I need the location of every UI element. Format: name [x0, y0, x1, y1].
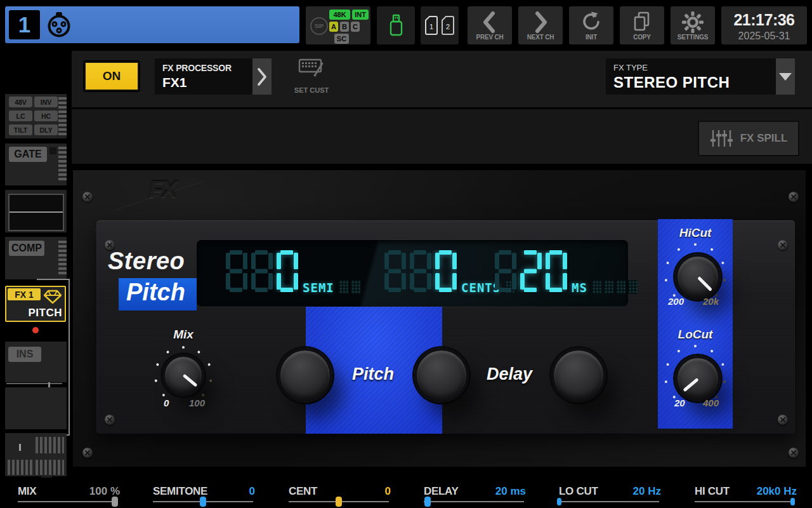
fx-active-indicator — [32, 327, 39, 333]
mix-knob-label: Mix — [163, 328, 204, 342]
slider-handle[interactable] — [424, 497, 431, 507]
locut-max-label: 400 — [703, 398, 719, 408]
pan-meter-section[interactable] — [5, 387, 67, 429]
scene-a-badge: A — [329, 22, 338, 32]
delay-knob[interactable] — [551, 348, 606, 403]
set-cust-button[interactable]: SET CUST — [287, 56, 336, 95]
gate-meter — [58, 147, 67, 182]
param-slider[interactable] — [559, 501, 659, 502]
hicut-knob-label: HiCut — [664, 226, 727, 240]
mix-min-label: 0 — [164, 398, 169, 408]
pan-slider-track[interactable] — [6, 383, 62, 384]
prev-channel-button[interactable]: PREV CH — [468, 6, 512, 44]
mix-knob[interactable] — [162, 354, 204, 396]
channel-number: 1 — [9, 10, 40, 39]
screw — [789, 192, 799, 202]
param-slider[interactable] — [289, 501, 389, 502]
scene-b-badge: B — [340, 22, 349, 32]
input-section[interactable]: 48V INV LC HC TILT DLY — [5, 94, 67, 138]
semitone-digits — [226, 250, 298, 295]
pan-knob-pointer — [19, 444, 21, 451]
fx-spill-button[interactable]: FX SPILL — [698, 121, 799, 156]
locut-knob-pointer — [683, 377, 699, 392]
fx-type-label: FX TYPE — [613, 63, 648, 72]
badge-lc: LC — [9, 110, 32, 121]
reset-circular-arrow-icon — [580, 11, 603, 34]
fx1-slot-selected[interactable]: FX 1 PITCH — [5, 286, 66, 322]
copy-button[interactable]: COPY — [620, 6, 664, 44]
param-slider[interactable] — [424, 501, 524, 502]
clock-int-badge: INT — [352, 10, 369, 20]
usb-status-tile — [377, 6, 415, 44]
param-locut: LO CUT 20 Hz — [541, 479, 676, 508]
param-slider[interactable] — [18, 501, 118, 502]
fx-type-selector[interactable]: FX TYPE STEREO PITCH — [606, 58, 776, 95]
selected-channel-strip[interactable]: 1 — [5, 6, 299, 43]
param-value: 0 — [385, 485, 391, 498]
ms-unit-label: MS — [572, 282, 587, 294]
clock-48k-badge: 48K — [329, 10, 350, 20]
rack-brand-logo: FX — [149, 177, 176, 203]
cents-digits — [384, 250, 457, 295]
next-channel-button[interactable]: NEXT CH — [518, 6, 563, 44]
time-display: 21:17:36 — [721, 11, 807, 29]
routing-line — [37, 279, 70, 280]
slider-handle[interactable] — [112, 497, 118, 507]
dim-blocks — [589, 280, 638, 294]
slider-handle[interactable] — [790, 498, 795, 505]
clock-tile: 21:17:36 2025-05-31 — [721, 6, 807, 44]
input-meter — [58, 97, 67, 135]
settings-button[interactable]: SETTINGS — [671, 6, 715, 44]
slider-handle[interactable] — [200, 497, 206, 507]
comp-badge: COMP — [9, 241, 44, 256]
locut-knob[interactable] — [675, 356, 721, 401]
parameter-bar: MIX 100 % SEMITONE 0 CENT 0 DELAY 20 ms … — [0, 479, 812, 508]
screw — [778, 240, 788, 250]
sc-badge: SC — [334, 34, 349, 44]
card-2-icon: 2 — [441, 15, 455, 36]
init-button[interactable]: INIT — [569, 6, 613, 44]
eq-curve-display — [8, 194, 64, 231]
semi-unit-label: SEMI — [303, 282, 334, 294]
mix-max-label: 100 — [189, 398, 205, 408]
fx-on-button[interactable]: ON — [84, 62, 139, 91]
fader-section[interactable] — [5, 433, 67, 476]
hicut-max-label: 20k — [703, 296, 719, 307]
slider-handle[interactable] — [557, 498, 561, 505]
badge-dly: DLY — [34, 124, 58, 135]
hicut-knob-pointer — [697, 276, 712, 291]
param-label: DELAY — [424, 485, 459, 498]
pitch-coarse-knob[interactable] — [278, 348, 332, 403]
gate-section[interactable]: GATE — [5, 144, 67, 185]
channel-strip-sidebar: 48V INV LC HC TILT DLY GATE COMP FX 1 — [0, 51, 72, 479]
param-mix: MIX 100 % — [0, 479, 135, 508]
eq-section[interactable] — [5, 190, 67, 232]
gate-indicator — [49, 147, 56, 154]
param-slider[interactable] — [695, 501, 795, 502]
usb-drive-icon — [386, 13, 406, 38]
fx-processor-next-button[interactable] — [252, 58, 272, 95]
param-value: 20 Hz — [633, 485, 661, 498]
insert-section[interactable]: INS — [5, 342, 67, 382]
delay-section-label: Delay — [465, 364, 554, 384]
comp-section[interactable]: COMP — [5, 237, 67, 279]
fx-type-dropdown-button[interactable] — [776, 58, 795, 95]
fx-processor-selector[interactable]: FX PROCESSOR FX1 — [155, 58, 252, 95]
fx-processor-value: FX1 — [162, 75, 187, 90]
screw — [82, 192, 93, 202]
slider-handle[interactable] — [336, 497, 342, 507]
xlr-connector-icon — [44, 11, 74, 40]
storage-cards-tile: 1 2 — [421, 6, 459, 44]
param-label: HI CUT — [695, 485, 730, 498]
hicut-knob[interactable] — [675, 254, 721, 300]
hicut-min-label: 200 — [668, 296, 684, 307]
brand-line1: Stereo — [108, 248, 185, 275]
fx-processor-label: FX PROCESSOR — [162, 63, 232, 73]
scene-c-badge: C — [351, 22, 360, 32]
param-slider[interactable] — [153, 501, 253, 502]
fader-scale — [8, 460, 34, 475]
locut-min-label: 20 — [674, 398, 685, 408]
pitch-fine-knob[interactable] — [414, 348, 469, 403]
sip-indicator: SIP — [310, 17, 328, 35]
param-label: MIX — [18, 485, 36, 498]
